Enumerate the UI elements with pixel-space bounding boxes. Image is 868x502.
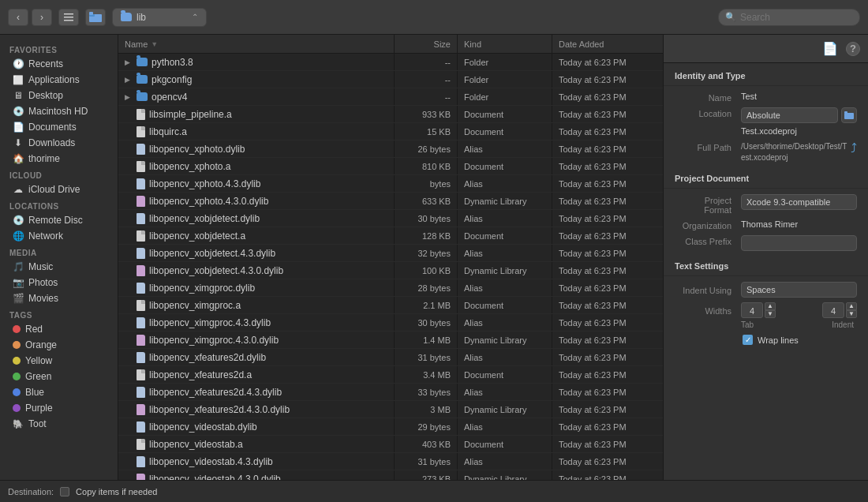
file-name-cell: libopencv_xphoto.a (118, 158, 395, 174)
search-box[interactable]: 🔍 (718, 9, 860, 26)
table-row[interactable]: libopencv_ximgproc.dylib 28 bytes Alias … (118, 279, 663, 297)
alias-icon (137, 248, 145, 259)
indent-increment-button[interactable]: ▲ (846, 302, 857, 310)
back-button[interactable]: ‹ (8, 9, 28, 26)
project-format-row: Project Format Xcode 9.3-compatible (664, 192, 868, 217)
sidebar-item-tag-blue[interactable]: Blue (3, 384, 114, 400)
table-row[interactable]: libopencv_xphoto.a 810 KB Document Today… (118, 158, 663, 175)
project-format-select[interactable]: Xcode 9.3-compatible (741, 194, 857, 210)
tag-green-dot (13, 373, 21, 380)
document-icon-button[interactable]: 📄 (822, 41, 838, 56)
tab-decrement-button[interactable]: ▼ (765, 310, 776, 318)
table-row[interactable]: libopencv_xfeatures2d.4.3.0.dylib 3 MB D… (118, 401, 663, 418)
table-row[interactable]: libopencv_videostab.a 403 KB Document To… (118, 436, 663, 453)
path-control[interactable]: lib ⌃ (112, 8, 207, 27)
file-kind-cell: Alias (458, 453, 552, 470)
table-row[interactable]: libopencv_xobjdetect.dylib 30 bytes Alia… (118, 210, 663, 227)
sidebar-item-label: Toot (28, 418, 47, 429)
table-row[interactable]: libopencv_xfeatures2d.a 3.4 MB Document … (118, 366, 663, 384)
sidebar-item-label: Downloads (28, 137, 75, 148)
sidebar-item-remote-disc[interactable]: 💿 Remote Disc (3, 212, 114, 228)
file-name-cell: libopencv_xobjdetect.dylib (118, 210, 395, 227)
table-row[interactable]: libopencv_xobjdetect.4.3.0.dylib 100 KB … (118, 262, 663, 279)
file-name: libopencv_xphoto.4.3.0.dylib (149, 196, 268, 207)
nav-buttons: ‹ › (8, 9, 52, 26)
folder-triangle[interactable]: ▶ (125, 76, 133, 84)
sidebar-item-icloud[interactable]: ☁ iCloud Drive (3, 182, 114, 197)
file-size: 30 bytes (417, 318, 451, 328)
file-kind-cell: Document (458, 227, 552, 244)
view-options-button[interactable] (58, 9, 79, 26)
sidebar-item-downloads[interactable]: ⬇ Downloads (3, 135, 114, 151)
dynlib-icon (137, 265, 145, 276)
svg-rect-5 (89, 12, 93, 15)
icloud-icon: ☁ (13, 184, 24, 195)
sidebar-item-label: thorime (28, 153, 60, 164)
sidebar-item-tag-orange[interactable]: Orange (3, 337, 114, 353)
sidebar-item-documents[interactable]: 📄 Documents (3, 119, 114, 135)
table-row[interactable]: libsimple_pipeline.a 933 KB Document Tod… (118, 106, 663, 123)
table-row[interactable]: libopencv_xphoto.4.3.dylib bytes Alias T… (118, 175, 663, 193)
sidebar-item-label: Macintosh HD (28, 106, 88, 117)
file-kind: Alias (464, 249, 483, 258)
help-button[interactable]: ? (846, 42, 860, 56)
sidebar-item-tag-red[interactable]: Red (3, 321, 114, 337)
indent-stepper: 4 ▲ ▼ (822, 302, 857, 318)
sidebar-item-network[interactable]: 🌐 Network (3, 228, 114, 244)
file-date: Today at 6:23 PM (559, 353, 627, 362)
copy-items-checkbox[interactable] (60, 487, 69, 496)
class-prefix-input[interactable] (741, 235, 857, 251)
sidebar-item-macintosh[interactable]: 💿 Macintosh HD (3, 103, 114, 119)
file-date-cell: Today at 6:23 PM (552, 453, 663, 470)
sidebar-item-music[interactable]: 🎵 Music (3, 259, 114, 275)
sidebar-item-desktop[interactable]: 🖥 Desktop (3, 88, 114, 103)
table-row[interactable]: libopencv_xobjdetect.a 128 KB Document T… (118, 227, 663, 245)
table-row[interactable]: libopencv_videostab.4.3.0.dylib 273 KB D… (118, 470, 663, 480)
indent-using-row: Indent Using Spaces (664, 279, 868, 300)
file-name-cell: libsimple_pipeline.a (118, 106, 395, 122)
sidebar-item-recents[interactable]: 🕐 Recents (3, 56, 114, 72)
table-row[interactable]: libopencv_xphoto.dylib 26 bytes Alias To… (118, 140, 663, 158)
table-row[interactable]: ▶ opencv4 -- Folder Today at 6:23 PM (118, 88, 663, 106)
file-kind-cell: Dynamic Library (458, 470, 552, 480)
table-row[interactable]: libopencv_ximgproc.a 2.1 MB Document Tod… (118, 297, 663, 314)
table-row[interactable]: ▶ pkgconfig -- Folder Today at 6:23 PM (118, 71, 663, 88)
folder-triangle[interactable]: ▶ (125, 58, 133, 66)
table-row[interactable]: libopencv_xfeatures2d.4.3.dylib 33 bytes… (118, 384, 663, 401)
col-date: Date Added (552, 35, 663, 53)
wrap-lines-checkbox[interactable]: ✓ (743, 335, 753, 345)
table-row[interactable]: libopencv_ximgproc.4.3.0.dylib 1.4 MB Dy… (118, 332, 663, 349)
table-row[interactable]: libopencv_xphoto.4.3.0.dylib 633 KB Dyna… (118, 193, 663, 210)
location-folder-button[interactable] (841, 107, 857, 123)
file-date-cell: Today at 6:23 PM (552, 470, 663, 480)
sidebar-item-tag-purple[interactable]: Purple (3, 400, 114, 416)
file-name-cell: ▶ pkgconfig (118, 71, 395, 88)
sidebar-item-toot[interactable]: 🐘 Toot (3, 416, 114, 432)
table-row[interactable]: libopencv_xobjdetect.4.3.dylib 32 bytes … (118, 245, 663, 262)
show-finder-button[interactable] (85, 9, 106, 26)
indent-using-select[interactable]: Spaces (741, 282, 857, 298)
location-select[interactable]: Absolute (741, 107, 838, 123)
sidebar-item-applications[interactable]: ⬜ Applications (3, 72, 114, 88)
sidebar-item-thorime[interactable]: 🏠 thorime (3, 151, 114, 167)
search-input[interactable] (740, 12, 853, 23)
sidebar-item-photos[interactable]: 📷 Photos (3, 275, 114, 290)
file-name-cell: libopencv_xfeatures2d.a (118, 366, 395, 383)
table-row[interactable]: libopencv_videostab.dylib 29 bytes Alias… (118, 418, 663, 436)
forward-button[interactable]: › (32, 9, 52, 26)
indent-decrement-button[interactable]: ▼ (846, 310, 857, 318)
path-copy-button[interactable]: ⤴ (851, 141, 857, 155)
table-row[interactable]: ▶ python3.8 -- Folder Today at 6:23 PM (118, 54, 663, 71)
table-row[interactable]: libopencv_ximgproc.4.3.dylib 30 bytes Al… (118, 314, 663, 332)
table-row[interactable]: libquirc.a 15 KB Document Today at 6:23 … (118, 123, 663, 140)
file-name: libopencv_videostab.4.3.0.dylib (149, 474, 281, 481)
sidebar-item-movies[interactable]: 🎬 Movies (3, 290, 114, 306)
table-row[interactable]: libopencv_videostab.4.3.dylib 31 bytes A… (118, 453, 663, 470)
file-name-cell: libopencv_xobjdetect.4.3.0.dylib (118, 262, 395, 279)
sidebar-item-tag-yellow[interactable]: Yellow (3, 353, 114, 369)
tab-increment-button[interactable]: ▲ (765, 302, 776, 310)
table-row[interactable]: libopencv_xfeatures2d.dylib 31 bytes Ali… (118, 349, 663, 366)
folder-triangle[interactable]: ▶ (125, 93, 133, 101)
sidebar-item-tag-green[interactable]: Green (3, 369, 114, 384)
alias-icon (137, 178, 145, 189)
